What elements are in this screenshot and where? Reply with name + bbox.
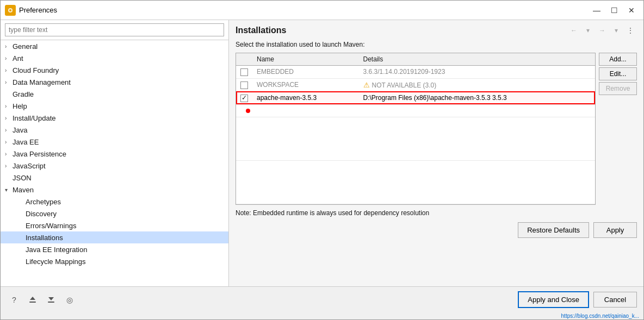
sidebar-item-label: Java	[13, 126, 27, 134]
import-icon[interactable]	[26, 293, 40, 307]
sidebar-item-javascript[interactable]: › JavaScript	[1, 160, 228, 172]
checkbox-apache[interactable]	[240, 95, 248, 102]
table-row-empty	[236, 104, 595, 117]
expand-arrow: ›	[5, 127, 13, 133]
table-row-empty	[236, 117, 595, 160]
sidebar-item-label: Archetypes	[26, 198, 61, 206]
app-icon	[5, 5, 16, 16]
target-icon[interactable]: ◎	[63, 293, 77, 307]
sidebar-item-java[interactable]: › Java	[1, 124, 228, 136]
svg-rect-3	[29, 302, 36, 303]
note-text: Note: Embedded runtime is always used fo…	[229, 205, 643, 219]
sidebar-item-installations[interactable]: › Installations	[1, 231, 228, 243]
sidebar-item-json[interactable]: › JSON	[1, 172, 228, 184]
col-name: Name	[252, 53, 359, 66]
row-details: D:\Program Files (x86)\apache-maven-3.5.…	[359, 91, 595, 104]
back-dropdown[interactable]: ▾	[581, 24, 595, 36]
menu-button[interactable]: ⋮	[624, 24, 637, 36]
sidebar-item-data-management[interactable]: › Data Management	[1, 76, 228, 88]
tree-area: › General › Ant › Cloud Foundry › Data M…	[1, 40, 228, 286]
installations-table: Name Details EMBEDDED 3.6.3/1.14.0.20191…	[236, 53, 595, 204]
title-bar: Preferences — ☐ ✕	[1, 1, 643, 20]
sidebar: › General › Ant › Cloud Foundry › Data M…	[1, 20, 229, 286]
filter-input[interactable]	[5, 23, 224, 36]
forward-dropdown[interactable]: ▾	[610, 24, 623, 36]
row-details: 3.6.3/1.14.0.20191209-1923	[359, 66, 595, 79]
bottom-bar: ? ◎ Apply and Close Cancel	[1, 286, 643, 312]
row-name: apache-maven-3.5.3	[252, 91, 359, 104]
bottom-right-buttons: Apply and Close Cancel	[518, 291, 637, 308]
expand-arrow: ▾	[5, 187, 13, 193]
edit-button[interactable]: Edit...	[599, 67, 637, 80]
expand-arrow: ›	[5, 139, 13, 145]
check-cell[interactable]	[236, 78, 252, 91]
side-buttons: Add... Edit... Remove	[599, 53, 637, 205]
export-icon[interactable]	[44, 293, 58, 307]
sidebar-item-label: Maven	[13, 186, 34, 194]
check-cell[interactable]	[236, 91, 252, 104]
sidebar-item-lifecycle-mappings[interactable]: › Lifecycle Mappings	[1, 255, 228, 267]
window-title: Preferences	[19, 6, 589, 14]
sidebar-item-label: Java EE Integration	[26, 246, 87, 254]
close-button[interactable]: ✕	[624, 4, 639, 16]
bottom-left-icons: ? ◎	[7, 293, 77, 307]
restore-defaults-button[interactable]: Restore Defaults	[518, 222, 589, 238]
content-title: Installations	[236, 26, 286, 35]
forward-button[interactable]: →	[596, 24, 609, 36]
sidebar-item-label: Ant	[13, 54, 23, 62]
minimize-button[interactable]: —	[589, 4, 604, 16]
expand-arrow: ›	[5, 103, 13, 109]
preferences-window: Preferences — ☐ ✕ › General › Ant	[0, 0, 644, 320]
sidebar-item-archetypes[interactable]: › Archetypes	[1, 196, 228, 208]
cancel-button[interactable]: Cancel	[593, 292, 637, 308]
sidebar-item-install-update[interactable]: › Install/Update	[1, 112, 228, 124]
sidebar-item-maven[interactable]: ▾ Maven	[1, 184, 228, 196]
sidebar-item-help[interactable]: › Help	[1, 100, 228, 112]
add-button[interactable]: Add...	[599, 53, 637, 66]
sidebar-item-java-ee[interactable]: › Java EE	[1, 136, 228, 148]
apply-close-button[interactable]: Apply and Close	[518, 291, 589, 308]
sidebar-item-label: General	[13, 42, 38, 51]
content-subtitle: Select the installation used to launch M…	[229, 39, 643, 53]
apply-button[interactable]: Apply	[593, 222, 637, 238]
sidebar-item-java-persistence[interactable]: › Java Persistence	[1, 148, 228, 160]
maximize-button[interactable]: ☐	[606, 4, 622, 16]
main-area: › General › Ant › Cloud Foundry › Data M…	[1, 20, 643, 286]
sidebar-item-errors-warnings[interactable]: › Errors/Warnings	[1, 219, 228, 231]
sidebar-item-label: Gradle	[13, 90, 34, 98]
sidebar-item-label: Install/Update	[13, 114, 56, 122]
sidebar-item-java-ee-integration[interactable]: › Java EE Integration	[1, 243, 228, 255]
checkbox-embedded[interactable]	[240, 68, 248, 76]
installations-table-wrapper: Name Details EMBEDDED 3.6.3/1.14.0.20191…	[236, 53, 596, 205]
sidebar-item-label: Cloud Foundry	[13, 66, 59, 74]
sidebar-item-cloud-foundry[interactable]: › Cloud Foundry	[1, 64, 228, 76]
expand-arrow: ›	[5, 163, 13, 169]
table-row[interactable]: apache-maven-3.5.3 D:\Program Files (x86…	[236, 91, 595, 104]
help-icon[interactable]: ?	[7, 293, 21, 307]
table-row[interactable]: WORKSPACE ⚠NOT AVAILABLE (3.0)	[236, 78, 595, 91]
expand-arrow: ›	[5, 79, 13, 85]
sidebar-item-gradle[interactable]: › Gradle	[1, 88, 228, 100]
back-button[interactable]: ←	[567, 24, 580, 36]
svg-marker-6	[48, 297, 54, 300]
sidebar-item-label: Java Persistence	[13, 150, 66, 158]
expand-arrow: ›	[5, 67, 13, 73]
table-row[interactable]: EMBEDDED 3.6.3/1.14.0.20191209-1923	[236, 66, 595, 79]
warning-icon: ⚠	[363, 81, 370, 89]
sidebar-item-general[interactable]: › General	[1, 40, 228, 52]
check-cell[interactable]	[236, 66, 252, 79]
content-area: Installations ← ▾ → ▾ ⋮ Select the insta…	[229, 20, 643, 286]
expand-arrow: ›	[5, 43, 13, 49]
expand-arrow: ›	[5, 115, 13, 121]
checkbox-workspace[interactable]	[240, 81, 248, 89]
filter-wrap	[1, 20, 228, 40]
row-name: WORKSPACE	[252, 78, 359, 91]
sidebar-item-ant[interactable]: › Ant	[1, 52, 228, 64]
sidebar-item-label: Data Management	[13, 78, 71, 86]
col-details: Details	[359, 53, 595, 66]
remove-button[interactable]: Remove	[599, 82, 637, 95]
sidebar-item-discovery[interactable]: › Discovery	[1, 208, 228, 219]
sidebar-item-label: Help	[13, 102, 27, 110]
expand-arrow: ›	[5, 151, 13, 157]
row-details: ⚠NOT AVAILABLE (3.0)	[359, 78, 595, 91]
